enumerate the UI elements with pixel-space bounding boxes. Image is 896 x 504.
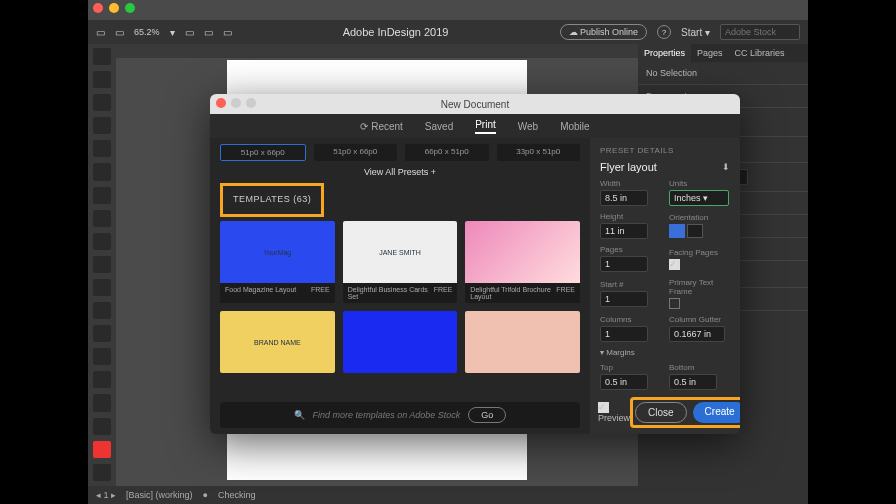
pages-input[interactable]: 1 [600,256,648,272]
width-input[interactable]: 8.5 in [600,190,648,206]
facing-checkbox[interactable]: ✓ [669,259,680,270]
preview-checkbox[interactable]: ✓ [598,402,609,413]
preset-3[interactable]: 66p0 x 51p0 [405,144,489,161]
gutter-label: Column Gutter [669,315,730,324]
preset-2[interactable]: 51p0 x 66p0 [314,144,398,161]
type-tool-icon[interactable] [93,140,111,157]
tab-web[interactable]: Web [518,121,538,132]
status-page-nav[interactable]: ◂ 1 ▸ [96,490,116,500]
transform-tool-icon[interactable] [93,302,111,319]
template-name: Food Magazine Layout [225,286,296,293]
stock-search-placeholder[interactable]: Find more templates on Adobe Stock [313,410,461,420]
selection-tool-icon[interactable] [93,48,111,65]
preset-1[interactable]: 51p0 x 66p0 [220,144,306,161]
help-icon[interactable]: ? [657,25,671,39]
close-button[interactable]: Close [635,402,687,423]
ptf-checkbox[interactable] [669,298,680,309]
dialog-titlebar: New Document [210,94,740,114]
ptf-label: Primary Text Frame [669,278,730,296]
tab-pages[interactable]: Pages [691,44,729,62]
app-top-bar: ▭ ▭ 65.2% ▾ ▭ ▭ ▭ Adobe InDesign 2019 ☁ … [88,20,808,44]
view-all-presets-link[interactable]: View All Presets + [220,167,580,177]
app-title: Adobe InDesign 2019 [242,26,550,38]
dialog-close-icon[interactable] [216,98,226,108]
rect-tool-icon[interactable] [93,256,111,273]
preset-details-panel: PRESET DETAILS Flyer layout ⬇ Width8.5 i… [590,138,740,434]
direct-select-tool-icon[interactable] [93,71,111,88]
dialog-zoom-icon [246,98,256,108]
template-card[interactable]: Delightful Trifold Brochure LayoutFREE [465,221,580,303]
new-document-dialog: New Document ⟳ Recent Saved Print Web Mo… [210,94,740,434]
line-tool-icon[interactable] [93,163,111,180]
tab-recent[interactable]: ⟳ Recent [360,121,402,132]
save-preset-icon[interactable]: ⬇ [722,162,730,172]
bridge-icon[interactable]: ▭ [115,27,124,38]
page-tool-icon[interactable] [93,94,111,111]
facing-label: Facing Pages [669,248,730,257]
top-input[interactable]: 0.5 in [600,374,648,390]
view-icon[interactable]: ▭ [185,27,194,38]
height-label: Height [600,212,661,221]
template-card[interactable]: JANE SMITH Delightful Business Cards Set… [343,221,458,303]
tab-print[interactable]: Print [475,119,496,134]
pen-tool-icon[interactable] [93,187,111,204]
preset-name[interactable]: Flyer layout [600,161,657,173]
zoom-window-icon[interactable] [125,3,135,13]
search-icon: 🔍 [294,410,305,420]
landscape-icon[interactable] [687,224,703,238]
preview-label: Preview [598,413,630,423]
height-input[interactable]: 11 in [600,223,648,239]
status-basic[interactable]: [Basic] (working) [126,490,193,500]
close-window-icon[interactable] [93,3,103,13]
create-button[interactable]: Create [693,402,740,423]
rect-frame-tool-icon[interactable] [93,233,111,250]
fill-stroke-icon[interactable] [93,441,111,458]
template-card[interactable] [465,311,580,373]
note-tool-icon[interactable] [93,348,111,365]
template-name: Delightful Business Cards Set [348,286,434,300]
template-card[interactable]: BRAND NAME [220,311,335,373]
preset-4[interactable]: 33p0 x 51p0 [497,144,581,161]
arrange-icon[interactable]: ▭ [223,27,232,38]
portrait-icon[interactable] [669,224,685,238]
hand-tool-icon[interactable] [93,394,111,411]
gap-tool-icon[interactable] [93,117,111,134]
status-checking[interactable]: Checking [218,490,256,500]
preset-details-heading: PRESET DETAILS [600,146,730,155]
view-icon2[interactable]: ▭ [204,27,213,38]
template-thumbnail [465,221,580,283]
columns-input[interactable]: 1 [600,326,648,342]
zoom-tool-icon[interactable] [93,418,111,435]
template-card[interactable] [343,311,458,373]
bottom-input[interactable]: 0.5 in [669,374,717,390]
units-select[interactable]: Inches ▾ [669,190,729,206]
tab-cc-libraries[interactable]: CC Libraries [729,44,791,62]
horizontal-ruler [116,44,638,58]
stock-search-bar: 🔍 Find more templates on Adobe Stock Go [220,402,580,428]
dialog-min-icon [231,98,241,108]
home-icon[interactable]: ▭ [96,27,105,38]
start-input[interactable]: 1 [600,291,648,307]
tab-properties[interactable]: Properties [638,44,691,62]
publish-online-button[interactable]: ☁ Publish Online [560,24,648,40]
minimize-window-icon[interactable] [109,3,119,13]
go-button[interactable]: Go [468,407,506,423]
gutter-input[interactable]: 0.1667 in [669,326,725,342]
color-theme-tool-icon[interactable] [93,464,111,481]
template-name: Delightful Trifold Brochure Layout [470,286,556,300]
status-bar: ◂ 1 ▸ [Basic] (working) ● Checking [88,486,808,504]
eyedropper-tool-icon[interactable] [93,371,111,388]
scissors-tool-icon[interactable] [93,279,111,296]
orientation-label: Orientation [669,213,730,222]
mac-traffic-lights [93,3,135,13]
gradient-tool-icon[interactable] [93,325,111,342]
template-thumbnail: BRAND NAME [220,311,335,373]
tab-saved[interactable]: Saved [425,121,453,132]
zoom-level[interactable]: 65.2% [134,27,160,37]
pencil-tool-icon[interactable] [93,210,111,227]
margins-label[interactable]: Margins [606,348,634,357]
tab-mobile[interactable]: Mobile [560,121,589,132]
template-card[interactable]: YourMag Food Magazine LayoutFREE [220,221,335,303]
start-dropdown[interactable]: Start ▾ [681,27,710,38]
adobe-stock-search[interactable] [720,24,800,40]
